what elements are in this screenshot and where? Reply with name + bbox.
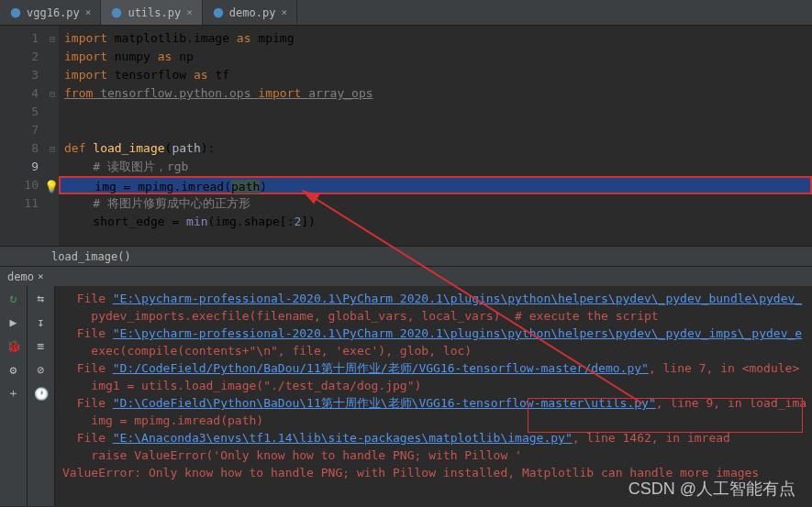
line-number: 2 <box>0 48 39 66</box>
python-file-icon <box>110 6 123 19</box>
scroll-button[interactable]: ⊘ <box>28 358 54 381</box>
tab-utils[interactable]: utils.py × <box>101 0 202 25</box>
console-tabs: demo × <box>0 266 812 286</box>
debug-button[interactable]: 🐞 <box>0 334 27 358</box>
tab-demo[interactable]: demo.py × <box>203 0 297 25</box>
clock-button[interactable]: 🕐 <box>28 381 54 405</box>
tab-label: vgg16.py <box>27 6 80 19</box>
file-link[interactable]: "E:\Anaconda3\envs\tf1.14\lib\site-packa… <box>113 431 573 445</box>
tab-label: demo.py <box>229 6 276 19</box>
close-icon[interactable]: × <box>186 6 193 18</box>
line-number: 5 <box>0 103 39 121</box>
line-number-gutter: 1 2 3 4 5 7 8 9 10 11 <box>0 26 46 246</box>
line-number: 9 <box>0 158 39 176</box>
add-button[interactable]: ＋ <box>0 381 27 405</box>
tab-vgg16[interactable]: vgg16.py × <box>0 0 101 25</box>
line-number: 8 <box>0 139 39 158</box>
line-number: 4 <box>0 84 39 103</box>
console-output[interactable]: File "E:\pycharm-professional-2020.1\PyC… <box>55 286 812 506</box>
file-link[interactable]: "D:/CodeField/Python/BaDou/11第十周作业/老师/VG… <box>113 361 649 375</box>
python-file-icon <box>212 6 225 19</box>
breadcrumb-bar[interactable]: load_image() <box>0 246 812 266</box>
svg-point-1 <box>112 7 122 17</box>
current-line: 💡 img = mpimg.imread(path) <box>59 176 812 194</box>
rerun-button[interactable]: ↻ <box>0 286 27 310</box>
line-number: 10 <box>0 176 39 194</box>
line-number: 11 <box>0 194 39 213</box>
fold-minus-icon[interactable]: ⊟ <box>46 139 59 158</box>
file-link[interactable]: "E:\pycharm-professional-2020.1\PyCharm … <box>113 292 802 305</box>
breadcrumb-item[interactable]: load_image() <box>51 250 131 263</box>
fold-minus-icon[interactable]: ⊟ <box>46 29 59 48</box>
code-content[interactable]: import matplotlib.image as mpimg import … <box>59 26 812 246</box>
console-tab-demo[interactable]: demo × <box>0 269 51 285</box>
close-icon[interactable]: × <box>38 270 44 282</box>
close-icon[interactable]: × <box>281 6 287 18</box>
file-link[interactable]: "E:\pycharm-professional-2020.1\PyCharm … <box>113 326 802 340</box>
console-toolbar-left: ↻ ▶ 🐞 ⚙ ＋ <box>0 286 28 506</box>
lightbulb-icon[interactable]: 💡 <box>44 178 59 196</box>
console-panel: ↻ ▶ 🐞 ⚙ ＋ ⇆ ↧ ≡ ⊘ 🕐 File "E:\pycharm-pro… <box>0 286 812 506</box>
close-icon[interactable]: × <box>85 6 92 18</box>
svg-point-2 <box>214 7 224 17</box>
toggle-button[interactable]: ⇆ <box>28 286 54 310</box>
svg-point-0 <box>11 7 21 17</box>
stop-button[interactable]: ⚙ <box>0 358 27 381</box>
console-toolbar-right: ⇆ ↧ ≡ ⊘ 🕐 <box>28 286 55 506</box>
layout-button[interactable]: ↧ <box>28 310 54 334</box>
code-editor[interactable]: 1 2 3 4 5 7 8 9 10 11 ⊟ ⊟ ⊟ import matpl… <box>0 26 812 246</box>
fold-gutter: ⊟ ⊟ ⊟ <box>46 26 59 246</box>
watermark: CSDN @人工智能有点 <box>628 478 795 500</box>
run-button[interactable]: ▶ <box>0 310 27 334</box>
line-number: 3 <box>0 66 39 84</box>
tab-label: utils.py <box>128 6 181 19</box>
soft-wrap-button[interactable]: ≡ <box>28 334 54 358</box>
fold-minus-icon[interactable]: ⊟ <box>46 84 59 103</box>
python-file-icon <box>9 6 22 19</box>
editor-tabs: vgg16.py × utils.py × demo.py × <box>0 0 812 26</box>
line-number: 1 <box>0 29 39 48</box>
file-link[interactable]: "D:\CodeField\Python\BaDou\11第十周作业\老师\VG… <box>113 396 656 410</box>
line-number: 7 <box>0 121 39 139</box>
